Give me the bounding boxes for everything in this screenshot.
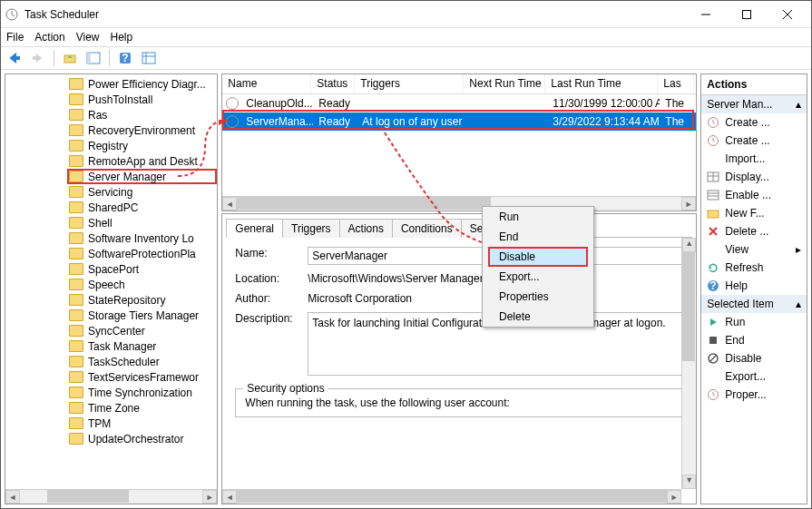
folder-icon <box>69 186 83 198</box>
action-item[interactable]: Run <box>701 313 807 331</box>
tree-item[interactable]: TPM <box>5 416 217 431</box>
tab-conditions[interactable]: Conditions <box>392 219 462 238</box>
tree-item[interactable]: Ras <box>5 107 217 122</box>
clock-icon <box>707 116 719 129</box>
tree-item[interactable]: Registry <box>5 138 217 153</box>
cell-lastcol: The <box>660 97 696 110</box>
tree-item[interactable]: Speech <box>5 277 217 292</box>
folder-icon <box>69 417 83 429</box>
tree-item-label: Shell <box>88 217 113 230</box>
col-lastcol[interactable]: Las <box>658 74 694 93</box>
tree-item[interactable]: SpacePort <box>5 261 217 277</box>
svg-rect-11 <box>708 191 719 200</box>
folder-icon <box>69 171 83 182</box>
back-button[interactable] <box>5 49 24 67</box>
tree-item-label: RemoteApp and Deskt <box>88 155 198 168</box>
tree-item[interactable]: Time Zone <box>5 400 217 416</box>
col-last[interactable]: Last Run Time <box>545 74 658 93</box>
tree-item[interactable]: SyncCenter <box>5 323 217 338</box>
col-name[interactable]: Name <box>222 74 311 93</box>
action-item[interactable]: Display... <box>701 168 807 186</box>
col-next[interactable]: Next Run Time <box>464 74 545 93</box>
action-item[interactable]: Create ... <box>701 132 807 150</box>
col-status[interactable]: Status <box>311 74 355 93</box>
action-item[interactable]: Disable <box>701 349 807 367</box>
action-item[interactable]: Export... <box>701 367 807 386</box>
help-toolbar-icon[interactable]: ? <box>115 49 135 67</box>
menu-help[interactable]: Help <box>111 31 133 44</box>
view-icon-1[interactable] <box>83 49 103 67</box>
folder-icon <box>69 78 83 90</box>
ctx-item-delete[interactable]: Delete <box>483 307 593 327</box>
action-item[interactable]: ?Help <box>701 277 807 295</box>
tab-triggers[interactable]: Triggers <box>282 219 340 238</box>
tree-item[interactable]: Storage Tiers Manager <box>5 308 217 323</box>
action-item[interactable]: Delete ... <box>701 222 807 240</box>
action-label: Display... <box>725 171 768 183</box>
tree-item[interactable]: StateRepository <box>5 292 217 308</box>
tree-hscrollbar[interactable]: ◄ ► <box>5 489 217 504</box>
tree-item[interactable]: RecoveryEnvironment <box>5 122 217 138</box>
actions-section-selected[interactable]: Selected Item ▴ <box>701 295 807 313</box>
tab-general[interactable]: General <box>226 219 283 238</box>
folder-icon <box>69 371 83 383</box>
tab-actions[interactable]: Actions <box>339 219 393 238</box>
cell-status: Ready <box>313 97 357 110</box>
table-row[interactable]: ServerMana...ReadyAt log on of any user3… <box>222 113 696 131</box>
menu-view[interactable]: View <box>76 31 100 44</box>
tree-item[interactable]: Shell <box>5 215 217 230</box>
tree-item[interactable]: TextServicesFramewor <box>5 369 217 385</box>
tree-item[interactable]: TaskScheduler <box>5 354 217 369</box>
label-author: Author: <box>235 292 308 305</box>
action-item[interactable]: Import... <box>701 150 807 168</box>
tree-item[interactable]: Time Synchronization <box>5 385 217 400</box>
tree-item[interactable]: Task Manager <box>5 338 217 354</box>
minimize-button[interactable] <box>685 2 726 27</box>
details-vscrollbar[interactable]: ▲▼ <box>681 238 696 489</box>
tree-item[interactable]: Servicing <box>5 184 217 200</box>
up-button[interactable] <box>60 49 80 67</box>
menu-action[interactable]: Action <box>34 31 64 44</box>
tree-item[interactable]: Software Inventory Lo <box>5 230 217 246</box>
tree-item-label: Registry <box>88 140 128 152</box>
tree-item[interactable]: Server Manager <box>67 169 217 184</box>
action-item[interactable]: New F... <box>701 204 807 222</box>
tree-item-label: Task Manager <box>88 340 156 353</box>
actions-section-folder[interactable]: Server Man... ▴ <box>701 95 807 113</box>
ctx-item-end[interactable]: End <box>483 227 593 247</box>
svg-rect-12 <box>708 210 719 218</box>
list-icon <box>707 189 719 201</box>
grid-header[interactable]: Name Status Triggers Next Run Time Last … <box>222 74 696 94</box>
folder-icon <box>69 248 83 259</box>
tree-item[interactable]: PushToInstall <box>5 92 217 107</box>
view-icon-2[interactable] <box>139 49 159 67</box>
tree-item[interactable]: UpdateOrchestrator <box>5 431 217 446</box>
tree-item[interactable]: Power Efficiency Diagr... <box>5 76 217 92</box>
tree-item[interactable]: SharedPC <box>5 200 217 215</box>
action-item[interactable]: Proper... <box>701 386 807 404</box>
tree-item[interactable]: SoftwareProtectionPla <box>5 246 217 261</box>
col-triggers[interactable]: Triggers <box>355 74 464 93</box>
details-hscrollbar[interactable]: ◄► <box>222 489 681 504</box>
action-item[interactable]: View▸ <box>701 240 807 259</box>
menu-file[interactable]: File <box>6 31 24 44</box>
action-item[interactable]: End <box>701 331 807 349</box>
tree-item-label: Server Manager <box>88 171 166 183</box>
table-row[interactable]: CleanupOld...Ready11/30/1999 12:00:00 AM… <box>222 94 696 113</box>
ctx-item-run[interactable]: Run <box>483 207 593 227</box>
tree-item[interactable]: RemoteApp and Deskt <box>5 153 217 169</box>
ctx-item-properties[interactable]: Properties <box>483 287 593 307</box>
tree-item-label: Software Inventory Lo <box>88 232 194 245</box>
action-item[interactable]: Create ... <box>701 113 807 132</box>
cell-name: ServerMana... <box>240 115 313 128</box>
ctx-item-disable[interactable]: Disable <box>488 247 588 267</box>
task-icon <box>226 115 239 128</box>
action-item[interactable]: Enable ... <box>701 186 807 204</box>
grid-hscrollbar[interactable]: ◄ ► <box>222 196 696 210</box>
close-button[interactable] <box>767 2 807 27</box>
maximize-button[interactable] <box>726 2 767 27</box>
ctx-item-export[interactable]: Export... <box>483 267 593 287</box>
tree-item-label: Power Efficiency Diagr... <box>88 78 206 91</box>
forward-button[interactable] <box>28 49 48 67</box>
action-item[interactable]: Refresh <box>701 259 807 277</box>
